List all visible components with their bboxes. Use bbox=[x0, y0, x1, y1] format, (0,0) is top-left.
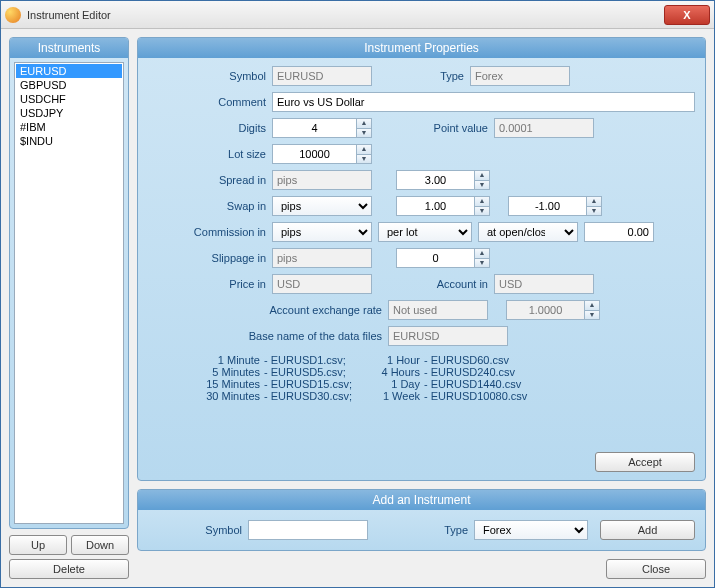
swap-unit-select[interactable]: pips bbox=[272, 196, 372, 216]
file-name-label: - EURUSD5.csv; bbox=[264, 366, 374, 378]
up-arrow-icon[interactable]: ▲ bbox=[357, 145, 371, 155]
label-symbol: Symbol bbox=[148, 70, 266, 82]
window-title: Instrument Editor bbox=[27, 9, 664, 21]
instrument-item[interactable]: #IBM bbox=[16, 120, 122, 134]
content: Instruments EURUSDGBPUSDUSDCHFUSDJPY#IBM… bbox=[1, 29, 714, 587]
file-period-label: 1 Week bbox=[374, 390, 424, 402]
instruments-panel: Instruments EURUSDGBPUSDUSDCHFUSDJPY#IBM… bbox=[9, 37, 129, 529]
label-account-in: Account in bbox=[378, 278, 488, 290]
down-arrow-icon[interactable]: ▼ bbox=[475, 181, 489, 190]
label-point-value: Point value bbox=[378, 122, 488, 134]
up-arrow-icon[interactable]: ▲ bbox=[475, 249, 489, 259]
app-icon bbox=[5, 7, 21, 23]
down-arrow-icon: ▼ bbox=[585, 311, 599, 320]
swap-long-stepper[interactable]: ▲▼ bbox=[396, 196, 490, 216]
label-swap-in: Swap in bbox=[148, 200, 266, 212]
digits-input[interactable] bbox=[272, 118, 356, 138]
instrument-list[interactable]: EURUSDGBPUSDUSDCHFUSDJPY#IBM$INDU bbox=[14, 62, 124, 524]
file-name-label: - EURUSD1.csv; bbox=[264, 354, 374, 366]
file-name-label: - EURUSD15.csv; bbox=[264, 378, 374, 390]
up-button[interactable]: Up bbox=[9, 535, 67, 555]
instrument-item[interactable]: USDCHF bbox=[16, 92, 122, 106]
window-close-button[interactable]: X bbox=[664, 5, 710, 25]
label-base-name: Base name of the data files bbox=[148, 330, 382, 342]
commission-when-select[interactable]: at open/close bbox=[478, 222, 578, 242]
label-slippage-in: Slippage in bbox=[148, 252, 266, 264]
right-column: Instrument Properties Symbol Type Commen… bbox=[137, 37, 706, 579]
up-arrow-icon[interactable]: ▲ bbox=[475, 171, 489, 181]
slippage-stepper[interactable]: ▲▼ bbox=[396, 248, 490, 268]
left-column: Instruments EURUSDGBPUSDUSDCHFUSDJPY#IBM… bbox=[9, 37, 129, 579]
properties-panel: Instrument Properties Symbol Type Commen… bbox=[137, 37, 706, 481]
down-arrow-icon[interactable]: ▼ bbox=[357, 129, 371, 138]
file-name-label: - EURUSD60.csv bbox=[424, 354, 554, 366]
file-name-label: - EURUSD10080.csv bbox=[424, 390, 554, 402]
window: Instrument Editor X Instruments EURUSDGB… bbox=[0, 0, 715, 588]
spread-input[interactable] bbox=[396, 170, 474, 190]
add-panel: Add an Instrument Symbol Type Forex Add bbox=[137, 489, 706, 551]
down-arrow-icon[interactable]: ▼ bbox=[357, 155, 371, 164]
spread-stepper[interactable]: ▲▼ bbox=[396, 170, 490, 190]
close-button[interactable]: Close bbox=[606, 559, 706, 579]
label-comment: Comment bbox=[148, 96, 266, 108]
lot-size-stepper[interactable]: ▲▼ bbox=[272, 144, 372, 164]
comment-input[interactable] bbox=[272, 92, 695, 112]
label-type: Type bbox=[378, 70, 464, 82]
file-name-label: - EURUSD240.csv bbox=[424, 366, 554, 378]
ex-rate-value-field bbox=[506, 300, 584, 320]
commission-unit-select[interactable]: pips bbox=[272, 222, 372, 242]
file-name-label: - EURUSD1440.csv bbox=[424, 378, 554, 390]
down-arrow-icon[interactable]: ▼ bbox=[475, 207, 489, 216]
left-buttons: Up Down Delete bbox=[9, 535, 129, 579]
properties-body: Symbol Type Comment Digits ▲▼ bbox=[138, 58, 705, 452]
add-symbol-input[interactable] bbox=[248, 520, 368, 540]
up-arrow-icon: ▲ bbox=[585, 301, 599, 311]
down-arrow-icon[interactable]: ▼ bbox=[587, 207, 601, 216]
symbol-field bbox=[272, 66, 372, 86]
up-arrow-icon[interactable]: ▲ bbox=[475, 197, 489, 207]
file-period-label: 15 Minutes bbox=[198, 378, 264, 390]
add-button[interactable]: Add bbox=[600, 520, 695, 540]
titlebar: Instrument Editor X bbox=[1, 1, 714, 29]
spread-unit-field bbox=[272, 170, 372, 190]
slippage-unit-field bbox=[272, 248, 372, 268]
instrument-item[interactable]: EURUSD bbox=[16, 64, 122, 78]
up-arrow-icon[interactable]: ▲ bbox=[587, 197, 601, 207]
label-lot-size: Lot size bbox=[148, 148, 266, 160]
base-name-field bbox=[388, 326, 508, 346]
add-type-select[interactable]: Forex bbox=[474, 520, 588, 540]
ex-rate-stepper: ▲▼ bbox=[506, 300, 600, 320]
label-commission-in: Commission in bbox=[148, 226, 266, 238]
swap-short-stepper[interactable]: ▲▼ bbox=[508, 196, 602, 216]
account-in-field bbox=[494, 274, 594, 294]
label-account-ex-rate: Account exchange rate bbox=[148, 304, 382, 316]
accept-button[interactable]: Accept bbox=[595, 452, 695, 472]
instrument-item[interactable]: GBPUSD bbox=[16, 78, 122, 92]
down-button[interactable]: Down bbox=[71, 535, 129, 555]
price-in-field bbox=[272, 274, 372, 294]
delete-button[interactable]: Delete bbox=[9, 559, 129, 579]
swap-long-input[interactable] bbox=[396, 196, 474, 216]
type-field bbox=[470, 66, 570, 86]
label-spread-in: Spread in bbox=[148, 174, 266, 186]
file-name-label: - EURUSD30.csv; bbox=[264, 390, 374, 402]
up-arrow-icon[interactable]: ▲ bbox=[357, 119, 371, 129]
data-file-list: 1 Minute- EURUSD1.csv;1 Hour- EURUSD60.c… bbox=[198, 354, 695, 402]
down-arrow-icon[interactable]: ▼ bbox=[475, 259, 489, 268]
commission-value-input[interactable] bbox=[584, 222, 654, 242]
label-digits: Digits bbox=[148, 122, 266, 134]
add-label-symbol: Symbol bbox=[148, 524, 242, 536]
swap-short-input[interactable] bbox=[508, 196, 586, 216]
slippage-input[interactable] bbox=[396, 248, 474, 268]
label-price-in: Price in bbox=[148, 278, 266, 290]
instrument-item[interactable]: $INDU bbox=[16, 134, 122, 148]
digits-stepper[interactable]: ▲▼ bbox=[272, 118, 372, 138]
file-period-label: 1 Minute bbox=[198, 354, 264, 366]
file-period-label: 5 Minutes bbox=[198, 366, 264, 378]
point-value-field bbox=[494, 118, 594, 138]
add-label-type: Type bbox=[374, 524, 468, 536]
lot-size-input[interactable] bbox=[272, 144, 356, 164]
instrument-item[interactable]: USDJPY bbox=[16, 106, 122, 120]
commission-per-select[interactable]: per lot bbox=[378, 222, 472, 242]
add-header: Add an Instrument bbox=[138, 490, 705, 510]
